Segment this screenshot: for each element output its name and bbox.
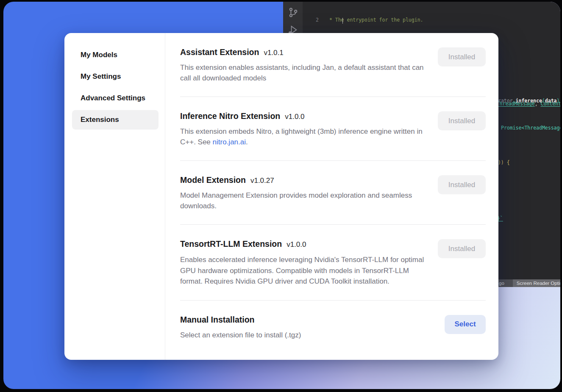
desktop-background: 2 * The entrypoint for the plugin. 3 */ … (3, 2, 560, 389)
nitro-jan-ai-link[interactable]: nitro.jan.ai (213, 138, 246, 146)
source-control-icon[interactable] (287, 7, 299, 18)
extension-description: Enables accelerated inference leveraging… (180, 254, 428, 287)
extension-row-model: Model Extension v1.0.27 Model Management… (180, 161, 486, 225)
manual-installation-title: Manual Installation (180, 315, 255, 325)
installed-button[interactable]: Installed (438, 111, 486, 130)
sidebar-item-my-settings[interactable]: My Settings (72, 67, 159, 86)
installed-button[interactable]: Installed (438, 47, 486, 66)
settings-sidebar: My Models My Settings Advanced Settings … (64, 33, 165, 360)
code-fragment: Promise<ThreadMessage> (501, 125, 560, 131)
extension-title: Inference Nitro Extension (180, 111, 280, 121)
code-fragment: rator.inference(data)); (498, 98, 560, 104)
extension-description: This extension enables assistants, inclu… (180, 63, 428, 83)
extension-row-tensorrt: TensortRT-LLM Extension v1.0.0 Enables a… (180, 225, 486, 301)
screen-reader-status-item[interactable]: Screen Reader Optimize (513, 279, 560, 287)
extension-row-assistant: Assistant Extension v1.0.1 This extensio… (180, 33, 486, 97)
installed-button[interactable]: Installed (438, 239, 486, 258)
extension-description: This extension embeds Nitro, a lightweig… (180, 127, 428, 147)
code-text: * The entrypoint for the plugin. (319, 17, 423, 24)
extension-version: v1.0.0 (287, 240, 306, 249)
extension-version: v1.0.27 (250, 177, 274, 185)
extension-version: v1.0.1 (264, 49, 283, 57)
extension-title: TensortRT-LLM Extension (180, 239, 282, 249)
sidebar-item-my-models[interactable]: My Models (72, 45, 159, 65)
text-cursor (342, 18, 343, 24)
manual-installation-row: Manual Installation Select an extension … (180, 301, 486, 354)
status-bar-text: go (499, 281, 504, 286)
sidebar-item-extensions[interactable]: Extensions (72, 110, 159, 130)
line-number: 2 (303, 17, 319, 24)
description-text: . (246, 138, 248, 146)
extension-row-nitro: Inference Nitro Extension v1.0.0 This ex… (180, 97, 486, 161)
extension-title: Assistant Extension (180, 47, 259, 57)
manual-installation-description: Select an extension file to install (.tg… (180, 330, 301, 341)
extension-description: Model Management Extension provides mode… (180, 190, 428, 211)
extensions-list: Assistant Extension v1.0.1 This extensio… (165, 33, 498, 360)
extension-title: Model Extension (180, 175, 246, 185)
screenshot-stage: 2 * The entrypoint for the plugin. 3 */ … (0, 0, 562, 392)
installed-button[interactable]: Installed (438, 175, 486, 194)
code-line: 2 * The entrypoint for the plugin. (303, 17, 560, 24)
extension-version: v1.0.0 (285, 113, 304, 121)
sidebar-item-advanced-settings[interactable]: Advanced Settings (72, 88, 159, 108)
settings-panel: My Models My Settings Advanced Settings … (64, 33, 498, 360)
select-file-button[interactable]: Select (445, 315, 486, 334)
